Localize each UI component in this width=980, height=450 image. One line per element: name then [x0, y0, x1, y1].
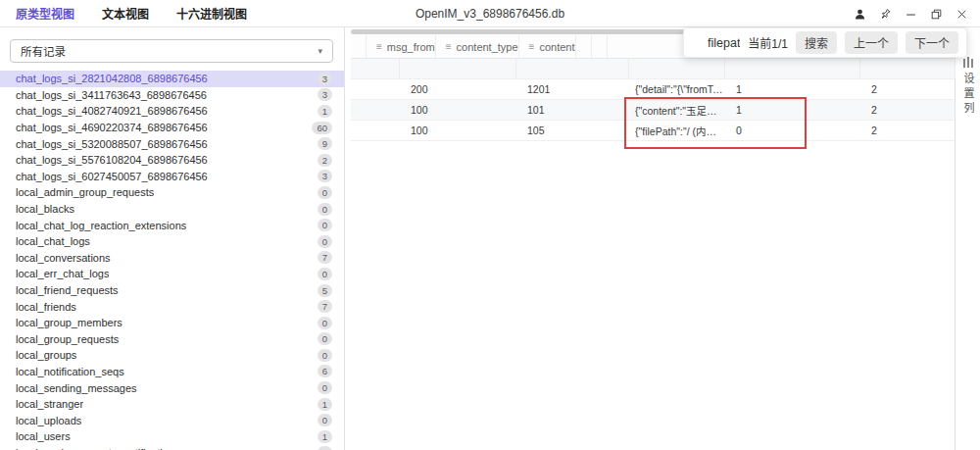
sidebar-item-table[interactable]: local_notification_seqs 6: [0, 364, 344, 380]
record-count-badge: 7: [318, 300, 332, 313]
cell-content-type: 105: [516, 121, 629, 140]
table-name: local_chat_log_reaction_extensions: [16, 220, 186, 231]
record-grid-panel: ≡ msg_from ≡ content_type ≡ content: [351, 27, 956, 450]
titlebar: 原类型视图 文本视图 十六进制视图 OpenIM_v3_6898676456.d…: [0, 0, 980, 27]
cell-col5: 1: [725, 100, 860, 120]
table-name: local_group_requests: [16, 333, 119, 345]
record-count-badge: 0: [318, 235, 332, 248]
table-name: chat_logs_si_4690220374_6898676456: [16, 122, 208, 133]
cell-col5: 1: [725, 79, 860, 99]
sidebar-item-table[interactable]: local_blacks 0: [0, 201, 344, 218]
sidebar-item-table[interactable]: chat_logs_si_4082740921_6898676456 1: [0, 103, 344, 120]
view-tabs: 原类型视图 文本视图 十六进制视图: [16, 5, 247, 22]
table-name: local_err_chat_logs: [16, 268, 109, 279]
sidebar-item-table[interactable]: chat_logs_si_2821042808_6898676456 3: [0, 71, 344, 87]
sidebar-item-table[interactable]: local_sending_messages 0: [0, 379, 344, 396]
sidebar-item-table[interactable]: local_group_members 0: [0, 315, 344, 331]
user-icon[interactable]: [854, 8, 866, 21]
right-rail: 设置列: [956, 27, 980, 450]
sidebar-item-table[interactable]: local_stranger 1: [0, 396, 344, 413]
record-count-badge: 1: [318, 105, 332, 118]
sidebar-item-table[interactable]: chat_logs_si_6027450057_6898676456 3: [0, 169, 344, 185]
search-button[interactable]: 搜索: [796, 31, 837, 54]
minimize-icon[interactable]: [905, 8, 917, 21]
table-name: local_notification_seqs: [16, 366, 124, 377]
record-count-badge: 0: [318, 317, 332, 329]
row-gutter-cell: [351, 79, 400, 99]
restore-icon[interactable]: [930, 8, 943, 21]
window-controls: [854, 0, 968, 27]
record-count-badge: 0: [318, 268, 332, 280]
table-sidebar: 所有记录 ▾ chat_logs_si_2821042808_689867645…: [0, 27, 345, 450]
sidebar-item-table[interactable]: local_group_requests 0: [0, 331, 344, 348]
table-name: local_stranger: [16, 398, 83, 410]
next-match-button[interactable]: 下一个: [906, 31, 958, 54]
sidebar-item-table[interactable]: local_chat_log_reaction_extensions 0: [0, 217, 344, 233]
grid-body: 200 1201 {"detail":"{\"fromToUserID\":{\…: [351, 59, 955, 141]
sidebar-item-table[interactable]: local_uploads 0: [0, 412, 344, 428]
cell-col5: 0: [725, 121, 860, 140]
column-grip-icon: ≡: [376, 41, 382, 52]
table-row[interactable]: 100 105 {"filePath":"/ (内部) (机密) ... 0 2: [351, 121, 955, 141]
sidebar-item-table[interactable]: chat_logs_si_4690220374_6898676456 60: [0, 120, 344, 136]
table-name: local_conversations: [16, 252, 111, 264]
cell-content: {"filePath":"/ (内部) (机密) ...: [629, 121, 725, 140]
cell-content-type: 1201: [516, 79, 629, 99]
column-header[interactable]: [592, 35, 608, 58]
record-count-badge: 7: [318, 251, 332, 264]
table-name: local_groups: [16, 349, 76, 361]
view-tab[interactable]: 文本视图: [102, 5, 149, 22]
sidebar-item-table[interactable]: local_conversations 7: [0, 250, 344, 267]
table-list: chat_logs_si_2821042808_6898676456 3 cha…: [0, 71, 344, 450]
table-name: chat_logs_si_5576108204_6898676456: [16, 154, 208, 166]
sidebar-item-table[interactable]: local_admin_group_requests 0: [0, 184, 344, 201]
record-filter-value: 所有记录: [21, 43, 66, 59]
close-icon[interactable]: [956, 8, 968, 21]
view-tab[interactable]: 原类型视图: [16, 5, 74, 22]
table-row[interactable]: 200 1201 {"detail":"{\"fromToUserID\":{\…: [351, 79, 955, 100]
cell-msg-from: 100: [400, 121, 516, 140]
record-count-badge: 60: [312, 122, 332, 134]
cell-msg-from: 200: [400, 79, 516, 99]
sidebar-item-table[interactable]: local_chat_logs 0: [0, 233, 344, 250]
table-name: local_users: [16, 430, 71, 442]
previous-match-button[interactable]: 上一个: [845, 31, 898, 54]
column-header[interactable]: ≡ content_type: [436, 35, 519, 58]
search-input[interactable]: [698, 36, 740, 50]
column-header[interactable]: [351, 35, 367, 58]
sidebar-item-table[interactable]: local_friends 7: [0, 298, 344, 315]
sidebar-item-table[interactable]: chat_logs_si_5576108204_6898676456 2: [0, 152, 344, 169]
column-grip-icon: ≡: [529, 41, 535, 52]
record-filter-dropdown[interactable]: 所有记录 ▾: [10, 39, 333, 63]
sidebar-item-table[interactable]: local_err_chat_logs 0: [0, 266, 344, 282]
record-count-badge: 9: [318, 137, 332, 150]
column-header[interactable]: ≡ content: [519, 35, 576, 58]
table-name: local_friends: [16, 301, 76, 313]
cell-col6: 2: [860, 79, 956, 99]
pin-icon[interactable]: [876, 5, 894, 23]
sidebar-item-table[interactable]: local_groups 0: [0, 347, 344, 364]
column-header[interactable]: [576, 35, 592, 58]
table-name: chat_logs_si_3411763643_6898676456: [16, 89, 207, 101]
column-label: msg_from: [387, 41, 435, 53]
cell-msg-from: [400, 59, 516, 78]
table-name: local_admin_group_requests: [16, 186, 154, 198]
table-row[interactable]: [351, 59, 955, 79]
sidebar-item-table[interactable]: chat_logs_si_5320088507_6898676456 9: [0, 135, 344, 152]
view-tab[interactable]: 十六进制视图: [176, 5, 247, 22]
sidebar-item-table[interactable]: chat_logs_si_3411763643_6898676456 3: [0, 87, 344, 104]
column-header[interactable]: ≡ msg_from: [367, 35, 436, 58]
table-row[interactable]: 100 101 {"content":"玉足哥，我们敬爱... 1 2: [351, 100, 955, 121]
sidebar-item-table[interactable]: local_friend_requests 5: [0, 282, 344, 299]
sidebar-item-table[interactable]: local_users 1: [0, 428, 344, 445]
cell-content: {"detail":"{\"fromToUserID\":{\"f...: [629, 79, 725, 99]
column-settings-tab[interactable]: 设置列: [956, 57, 980, 117]
column-grip-icon: ≡: [446, 41, 452, 52]
table-name: local_uploads: [16, 415, 81, 426]
record-count-badge: 0: [318, 219, 332, 231]
chevron-down-icon: ▾: [318, 46, 322, 56]
record-count-badge: 3: [318, 170, 332, 182]
sidebar-item-table[interactable]: local_work_moments_notification 0: [0, 445, 344, 450]
table-name: local_chat_logs: [16, 235, 90, 247]
cell-msg-from: 100: [400, 100, 516, 120]
